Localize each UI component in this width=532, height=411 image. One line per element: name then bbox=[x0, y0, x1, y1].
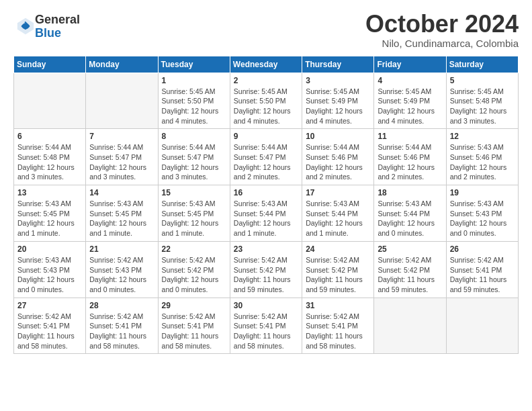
day-number: 3 bbox=[306, 76, 370, 85]
day-info: Sunrise: 5:42 AMSunset: 5:43 PMDaylight:… bbox=[89, 255, 154, 295]
calendar-table: SundayMondayTuesdayWednesdayThursdayFrid… bbox=[13, 56, 519, 355]
calendar-cell: 26Sunrise: 5:42 AMSunset: 5:41 PMDayligh… bbox=[446, 241, 518, 298]
day-number: 26 bbox=[450, 244, 515, 254]
day-info: Sunrise: 5:43 AMSunset: 5:45 PMDaylight:… bbox=[17, 199, 82, 238]
calendar-cell: 7Sunrise: 5:44 AMSunset: 5:47 PMDaylight… bbox=[86, 129, 158, 185]
day-info: Sunrise: 5:44 AMSunset: 5:47 PMDaylight:… bbox=[162, 142, 226, 182]
week-row-5: 27Sunrise: 5:42 AMSunset: 5:41 PMDayligh… bbox=[14, 298, 519, 354]
calendar-cell: 11Sunrise: 5:44 AMSunset: 5:46 PMDayligh… bbox=[374, 129, 446, 185]
week-row-2: 6Sunrise: 5:44 AMSunset: 5:48 PMDaylight… bbox=[14, 129, 519, 185]
calendar-cell: 18Sunrise: 5:43 AMSunset: 5:44 PMDayligh… bbox=[374, 185, 446, 242]
day-info: Sunrise: 5:43 AMSunset: 5:45 PMDaylight:… bbox=[162, 199, 226, 238]
calendar-cell: 2Sunrise: 5:45 AMSunset: 5:50 PMDaylight… bbox=[230, 73, 302, 129]
calendar-cell: 31Sunrise: 5:42 AMSunset: 5:41 PMDayligh… bbox=[302, 298, 374, 354]
day-number: 25 bbox=[378, 244, 442, 254]
day-number: 11 bbox=[378, 132, 442, 141]
calendar-cell: 16Sunrise: 5:43 AMSunset: 5:44 PMDayligh… bbox=[230, 185, 302, 242]
day-info: Sunrise: 5:42 AMSunset: 5:41 PMDaylight:… bbox=[450, 255, 515, 295]
logo-blue: Blue bbox=[35, 27, 80, 40]
calendar-cell: 20Sunrise: 5:43 AMSunset: 5:43 PMDayligh… bbox=[14, 241, 86, 298]
calendar-cell: 17Sunrise: 5:43 AMSunset: 5:44 PMDayligh… bbox=[302, 185, 374, 242]
day-number: 8 bbox=[162, 132, 226, 141]
day-number: 4 bbox=[378, 76, 442, 85]
calendar-cell: 25Sunrise: 5:42 AMSunset: 5:42 PMDayligh… bbox=[374, 241, 446, 298]
week-row-1: 1Sunrise: 5:45 AMSunset: 5:50 PMDaylight… bbox=[14, 73, 519, 129]
calendar-header-thursday: Thursday bbox=[302, 56, 374, 73]
day-info: Sunrise: 5:42 AMSunset: 5:41 PMDaylight:… bbox=[162, 312, 226, 351]
day-info: Sunrise: 5:43 AMSunset: 5:43 PMDaylight:… bbox=[450, 199, 515, 238]
day-info: Sunrise: 5:42 AMSunset: 5:41 PMDaylight:… bbox=[89, 312, 154, 351]
logo: General Blue bbox=[13, 13, 80, 40]
calendar-cell: 10Sunrise: 5:44 AMSunset: 5:46 PMDayligh… bbox=[302, 129, 374, 185]
day-number: 12 bbox=[450, 132, 515, 141]
calendar-header-monday: Monday bbox=[86, 56, 158, 73]
calendar-cell bbox=[14, 73, 86, 129]
calendar-header-saturday: Saturday bbox=[446, 56, 518, 73]
calendar-cell: 5Sunrise: 5:45 AMSunset: 5:48 PMDaylight… bbox=[446, 73, 518, 129]
page: General Blue October 2024 Nilo, Cundinam… bbox=[0, 0, 532, 411]
calendar-cell: 13Sunrise: 5:43 AMSunset: 5:45 PMDayligh… bbox=[14, 185, 86, 242]
day-number: 17 bbox=[306, 188, 370, 197]
calendar-cell: 15Sunrise: 5:43 AMSunset: 5:45 PMDayligh… bbox=[158, 185, 230, 242]
calendar-header-wednesday: Wednesday bbox=[230, 56, 302, 73]
day-info: Sunrise: 5:42 AMSunset: 5:42 PMDaylight:… bbox=[306, 255, 370, 295]
week-row-4: 20Sunrise: 5:43 AMSunset: 5:43 PMDayligh… bbox=[14, 241, 519, 298]
day-info: Sunrise: 5:42 AMSunset: 5:42 PMDaylight:… bbox=[234, 255, 298, 295]
calendar-cell: 3Sunrise: 5:45 AMSunset: 5:49 PMDaylight… bbox=[302, 73, 374, 129]
day-number: 31 bbox=[306, 301, 370, 310]
calendar-header-row: SundayMondayTuesdayWednesdayThursdayFrid… bbox=[14, 56, 519, 73]
calendar-cell: 12Sunrise: 5:43 AMSunset: 5:46 PMDayligh… bbox=[446, 129, 518, 185]
calendar-header-tuesday: Tuesday bbox=[158, 56, 230, 73]
calendar-cell: 30Sunrise: 5:42 AMSunset: 5:41 PMDayligh… bbox=[230, 298, 302, 354]
day-number: 16 bbox=[234, 188, 298, 197]
day-info: Sunrise: 5:44 AMSunset: 5:46 PMDaylight:… bbox=[378, 142, 442, 182]
location: Nilo, Cundinamarca, Colombia bbox=[365, 38, 519, 49]
day-info: Sunrise: 5:43 AMSunset: 5:44 PMDaylight:… bbox=[378, 199, 442, 238]
day-number: 9 bbox=[234, 132, 298, 141]
day-number: 24 bbox=[306, 244, 370, 254]
calendar-cell: 29Sunrise: 5:42 AMSunset: 5:41 PMDayligh… bbox=[158, 298, 230, 354]
day-number: 18 bbox=[378, 188, 442, 197]
day-info: Sunrise: 5:44 AMSunset: 5:48 PMDaylight:… bbox=[17, 142, 82, 182]
day-info: Sunrise: 5:42 AMSunset: 5:41 PMDaylight:… bbox=[17, 312, 82, 351]
day-info: Sunrise: 5:44 AMSunset: 5:47 PMDaylight:… bbox=[234, 142, 298, 182]
day-info: Sunrise: 5:45 AMSunset: 5:48 PMDaylight:… bbox=[450, 87, 515, 126]
day-number: 29 bbox=[162, 301, 226, 310]
day-number: 7 bbox=[89, 132, 154, 141]
day-number: 19 bbox=[450, 188, 515, 197]
day-info: Sunrise: 5:43 AMSunset: 5:45 PMDaylight:… bbox=[89, 199, 154, 238]
calendar-cell: 8Sunrise: 5:44 AMSunset: 5:47 PMDaylight… bbox=[158, 129, 230, 185]
title-section: October 2024 Nilo, Cundinamarca, Colombi… bbox=[365, 11, 519, 49]
day-info: Sunrise: 5:43 AMSunset: 5:43 PMDaylight:… bbox=[17, 255, 82, 295]
calendar-cell: 21Sunrise: 5:42 AMSunset: 5:43 PMDayligh… bbox=[86, 241, 158, 298]
day-info: Sunrise: 5:45 AMSunset: 5:50 PMDaylight:… bbox=[234, 87, 298, 126]
calendar-cell: 22Sunrise: 5:42 AMSunset: 5:42 PMDayligh… bbox=[158, 241, 230, 298]
day-info: Sunrise: 5:42 AMSunset: 5:41 PMDaylight:… bbox=[234, 312, 298, 351]
calendar-cell: 24Sunrise: 5:42 AMSunset: 5:42 PMDayligh… bbox=[302, 241, 374, 298]
day-number: 6 bbox=[17, 132, 82, 141]
day-info: Sunrise: 5:42 AMSunset: 5:41 PMDaylight:… bbox=[306, 312, 370, 351]
day-number: 21 bbox=[89, 244, 154, 254]
logo-icon bbox=[16, 17, 35, 36]
day-info: Sunrise: 5:45 AMSunset: 5:50 PMDaylight:… bbox=[162, 87, 226, 126]
day-info: Sunrise: 5:43 AMSunset: 5:44 PMDaylight:… bbox=[306, 199, 370, 238]
calendar-cell: 9Sunrise: 5:44 AMSunset: 5:47 PMDaylight… bbox=[230, 129, 302, 185]
calendar-cell: 28Sunrise: 5:42 AMSunset: 5:41 PMDayligh… bbox=[86, 298, 158, 354]
day-info: Sunrise: 5:44 AMSunset: 5:47 PMDaylight:… bbox=[89, 142, 154, 182]
calendar-cell bbox=[374, 298, 446, 354]
logo-text: General Blue bbox=[35, 13, 80, 40]
calendar-header-friday: Friday bbox=[374, 56, 446, 73]
day-number: 23 bbox=[234, 244, 298, 254]
calendar-cell: 19Sunrise: 5:43 AMSunset: 5:43 PMDayligh… bbox=[446, 185, 518, 242]
header: General Blue October 2024 Nilo, Cundinam… bbox=[13, 11, 519, 49]
day-number: 22 bbox=[162, 244, 226, 254]
day-number: 1 bbox=[162, 76, 226, 85]
day-info: Sunrise: 5:43 AMSunset: 5:46 PMDaylight:… bbox=[450, 142, 515, 182]
calendar-cell bbox=[446, 298, 518, 354]
calendar-cell: 6Sunrise: 5:44 AMSunset: 5:48 PMDaylight… bbox=[14, 129, 86, 185]
day-info: Sunrise: 5:43 AMSunset: 5:44 PMDaylight:… bbox=[234, 199, 298, 238]
day-number: 27 bbox=[17, 301, 82, 310]
calendar-cell bbox=[86, 73, 158, 129]
calendar-cell: 27Sunrise: 5:42 AMSunset: 5:41 PMDayligh… bbox=[14, 298, 86, 354]
day-number: 10 bbox=[306, 132, 370, 141]
